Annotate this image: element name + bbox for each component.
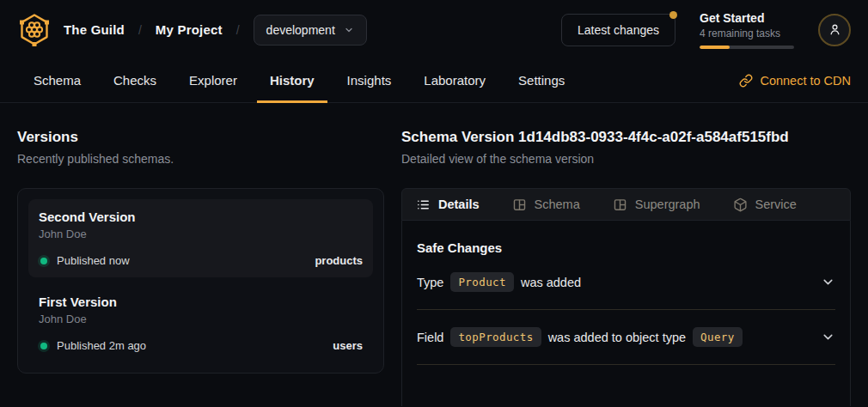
detail-card: Details Schema Sup xyxy=(401,188,851,406)
detail-body: Safe Changes Type Product was added Fiel… xyxy=(401,221,851,406)
cube-icon xyxy=(733,197,748,212)
detail-subtitle: Detailed view of the schema version xyxy=(401,152,851,166)
change-text: was added xyxy=(521,276,581,289)
versions-card: Second Version John Doe Published now pr… xyxy=(17,188,384,374)
detail-tab-list: Details Schema Sup xyxy=(401,188,851,221)
main-nav: Schema Checks Explorer History Insights … xyxy=(0,59,868,103)
versions-title: Versions xyxy=(17,129,384,146)
get-started-subtitle: 4 remaining tasks xyxy=(700,27,794,39)
panels-icon xyxy=(512,197,527,212)
tab-explorer[interactable]: Explorer xyxy=(176,59,250,103)
versions-subtitle: Recently published schemas. xyxy=(17,152,384,166)
version-status: Published now xyxy=(57,254,130,267)
tab-label: Insights xyxy=(347,73,392,88)
change-text: Type xyxy=(417,276,443,289)
tab-label: Checks xyxy=(113,73,156,88)
link-icon xyxy=(739,74,753,88)
version-author: John Doe xyxy=(39,313,363,325)
app-header: The Guild / My Project / development Lat… xyxy=(0,0,868,59)
get-started-progress-fill xyxy=(700,46,730,49)
code-badge: Query xyxy=(693,327,743,347)
published-dot-icon xyxy=(40,343,47,349)
chevron-down-icon[interactable] xyxy=(821,275,835,289)
page-content: Versions Recently published schemas. Sec… xyxy=(0,103,868,406)
detail-tab-label: Schema xyxy=(535,197,580,211)
user-icon xyxy=(828,22,842,37)
breadcrumb-separator: / xyxy=(137,23,144,37)
detail-tab-schema[interactable]: Schema xyxy=(512,197,580,212)
code-badge: Product xyxy=(450,272,513,292)
latest-changes-label: Latest changes xyxy=(578,23,659,37)
tab-settings[interactable]: Settings xyxy=(505,59,578,103)
tab-checks[interactable]: Checks xyxy=(101,59,169,103)
tab-insights[interactable]: Insights xyxy=(334,59,405,103)
notification-dot xyxy=(669,11,677,19)
get-started-title: Get Started xyxy=(700,11,794,25)
detail-tab-label: Service xyxy=(755,197,797,211)
list-icon xyxy=(416,197,431,212)
user-avatar[interactable] xyxy=(818,14,851,46)
version-name: Second Version xyxy=(39,210,363,224)
guild-logo-icon[interactable] xyxy=(17,12,52,48)
target-select-value: development xyxy=(266,23,335,37)
version-status-row: Published 2m ago users xyxy=(39,339,363,352)
detail-tab-label: Details xyxy=(438,197,480,211)
latest-changes-button[interactable]: Latest changes xyxy=(561,14,675,46)
breadcrumb-separator: / xyxy=(235,23,241,37)
breadcrumb-project[interactable]: My Project xyxy=(156,22,223,37)
version-author: John Doe xyxy=(39,228,363,240)
breadcrumb-org[interactable]: The Guild xyxy=(64,22,125,37)
get-started-progress-track xyxy=(700,46,794,49)
connect-cdn-link[interactable]: Connect to CDN xyxy=(739,59,851,102)
breadcrumb: The Guild / My Project / development xyxy=(17,12,367,48)
tab-label: History xyxy=(270,73,315,88)
detail-title: Schema Version 1d14db83-0933-4f4c-a02f-a… xyxy=(401,129,851,146)
change-row-field-added[interactable]: Field topProducts was added to object ty… xyxy=(417,310,835,365)
chevron-down-icon[interactable] xyxy=(821,330,835,344)
detail-tab-supergraph[interactable]: Supergraph xyxy=(613,197,700,212)
version-name: First Version xyxy=(39,295,363,309)
versions-panel: Versions Recently published schemas. Sec… xyxy=(17,103,384,406)
tab-history[interactable]: History xyxy=(257,59,327,103)
chevron-down-icon xyxy=(344,25,354,35)
version-service: products xyxy=(315,254,363,267)
version-status-row: Published now products xyxy=(39,254,363,267)
safe-changes-title: Safe Changes xyxy=(417,240,835,255)
version-item-first[interactable]: First Version John Doe Published 2m ago … xyxy=(28,284,373,362)
detail-tab-details[interactable]: Details xyxy=(416,197,480,212)
nav-tab-list: Schema Checks Explorer History Insights … xyxy=(17,59,581,102)
version-item-second[interactable]: Second Version John Doe Published now pr… xyxy=(28,199,373,277)
tab-label: Schema xyxy=(34,73,81,88)
header-actions: Latest changes Get Started 4 remaining t… xyxy=(561,11,851,49)
tab-label: Explorer xyxy=(189,73,237,88)
tab-label: Laboratory xyxy=(424,73,486,88)
version-service: users xyxy=(333,339,363,352)
tab-laboratory[interactable]: Laboratory xyxy=(411,59,498,103)
tab-schema[interactable]: Schema xyxy=(21,59,94,103)
published-dot-icon xyxy=(40,258,47,264)
connect-cdn-label: Connect to CDN xyxy=(760,74,851,88)
get-started-widget[interactable]: Get Started 4 remaining tasks xyxy=(700,11,794,49)
change-row-type-added[interactable]: Type Product was added xyxy=(417,255,835,310)
target-select[interactable]: development xyxy=(254,15,367,46)
detail-tab-service[interactable]: Service xyxy=(733,197,797,212)
version-detail-panel: Schema Version 1d14db83-0933-4f4c-a02f-a… xyxy=(401,103,851,406)
detail-tab-label: Supergraph xyxy=(635,197,700,211)
tab-label: Settings xyxy=(518,73,565,88)
version-status: Published 2m ago xyxy=(57,339,146,352)
change-text: Field xyxy=(417,331,443,344)
panels-icon xyxy=(613,197,627,212)
code-badge: topProducts xyxy=(450,327,541,347)
change-text: was added to object type xyxy=(548,331,686,344)
